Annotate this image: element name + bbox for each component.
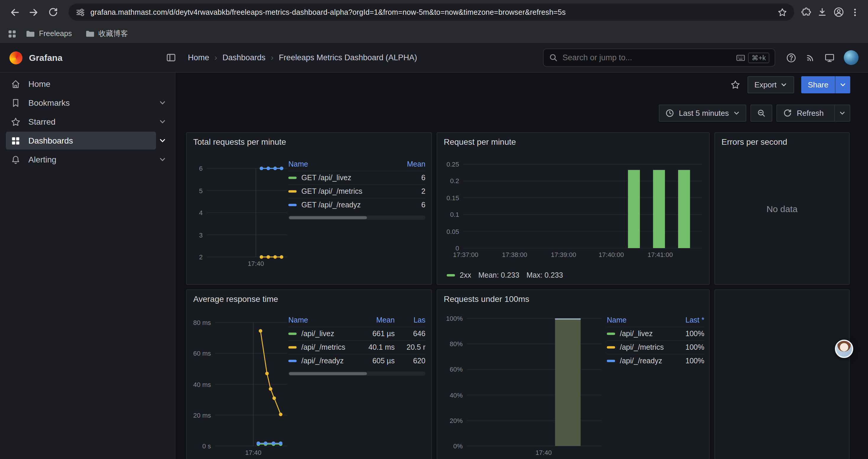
user-avatar[interactable] — [844, 50, 859, 65]
reload-button[interactable] — [44, 3, 61, 21]
panel-title[interactable]: Requests under 100ms — [437, 290, 709, 308]
brand-name: Grafana — [29, 53, 62, 63]
url-bar[interactable]: grafana.mathmast.com/d/deytv4rwavabkb/fr… — [68, 4, 794, 21]
legend-stats[interactable]: 2xx Mean: 0.233 Max: 0.233 — [447, 271, 563, 280]
bookmark-folder-freeleaps[interactable]: Freeleaps — [21, 27, 76, 41]
browser-window: grafana.mathmast.com/d/deytv4rwavabkb/fr… — [0, 0, 868, 459]
sidebar-item-alerting[interactable]: Alerting — [6, 151, 169, 168]
sidebar-item-home[interactable]: Home — [6, 75, 169, 93]
panel-requests-under-100ms: Requests under 100ms 100%80%60%40%20%0%1… — [437, 290, 710, 459]
home-icon — [11, 79, 21, 89]
series-color-swatch — [607, 360, 615, 362]
panel-title[interactable]: Average response time — [187, 290, 431, 308]
legend-column-header[interactable]: Name — [288, 160, 395, 168]
export-label: Export — [754, 80, 776, 89]
time-series-chart: 80 ms60 ms40 ms20 ms0 s17:40 — [193, 323, 287, 455]
bar-chart: 0.250.20.150.10.05017:37:0017:38:0017:39… — [443, 164, 702, 258]
legend-row[interactable]: GET /api/_/metrics2 — [288, 184, 426, 198]
search-box[interactable]: ⌘+k — [543, 48, 775, 67]
bookmark-folder-blogs[interactable]: 收藏博客 — [80, 27, 133, 41]
chart-bar — [555, 319, 581, 446]
legend-column-header[interactable]: Name — [607, 316, 674, 324]
export-button[interactable]: Export — [747, 76, 794, 93]
chevron-down-icon[interactable] — [834, 105, 850, 121]
chevron-down-icon[interactable] — [835, 76, 850, 93]
share-button[interactable]: Share — [802, 76, 850, 93]
favorite-star-icon[interactable] — [730, 79, 740, 90]
legend-column-header[interactable]: Mean — [395, 160, 426, 168]
legend-column-header[interactable]: Mean — [364, 316, 395, 324]
legend-header: NameLast * — [607, 314, 704, 327]
downloads-icon[interactable] — [817, 7, 827, 17]
plot-area: 17:40 — [207, 168, 287, 266]
legend-column-header[interactable]: Las — [395, 316, 426, 324]
x-tick-label: 17:37:00 — [453, 251, 478, 258]
extensions-icon[interactable] — [801, 7, 811, 17]
legend-row[interactable]: /api/_/metrics100% — [607, 340, 704, 354]
chevron-down-icon[interactable] — [156, 118, 169, 125]
news-rss-icon[interactable] — [805, 53, 815, 63]
horizontal-scrollbar[interactable] — [288, 371, 426, 376]
apps-shortcut-icon[interactable] — [7, 29, 17, 39]
zoom-out-button[interactable] — [751, 104, 773, 122]
sidebar-item-label: Dashboards — [28, 136, 73, 145]
back-button[interactable] — [6, 3, 24, 21]
sidebar-item-bookmarks[interactable]: Bookmarks — [6, 94, 169, 112]
display-icon[interactable] — [824, 52, 835, 63]
legend-table: NameMeanGET /api/_livez6GET /api/_/metri… — [288, 158, 426, 220]
y-tick-label: 60% — [450, 366, 463, 373]
legend-series-label: /api/_livez — [620, 330, 653, 338]
x-axis: 17:40 — [215, 446, 287, 455]
y-tick-label: 6 — [199, 165, 203, 172]
legend-column-header[interactable]: Name — [288, 316, 364, 324]
chevron-down-icon[interactable] — [156, 156, 169, 163]
chart-bar — [628, 170, 640, 248]
toggle-sidebar-icon[interactable] — [166, 53, 176, 63]
legend-column-header[interactable]: Last * — [674, 316, 704, 324]
bookmark-page-star-icon[interactable] — [778, 7, 787, 17]
y-tick-label: 40% — [450, 391, 463, 398]
grafana-logo-icon[interactable] — [9, 51, 23, 64]
legend-table: NameMeanLas/api/_livez661 µs646/api/_/me… — [288, 314, 426, 376]
chevron-down-icon[interactable] — [156, 137, 169, 144]
legend-series-name: /api/_livez — [607, 330, 674, 338]
legend-row[interactable]: /api/_/metrics40.1 ms20.5 r — [288, 340, 426, 354]
y-tick-label: 0.2 — [450, 177, 459, 185]
legend-row[interactable]: /api/_livez100% — [607, 327, 704, 340]
help-icon[interactable] — [786, 52, 797, 63]
legend-series-label: /api/_/readyz — [620, 357, 662, 365]
legend-row[interactable]: /api/_/readyz605 µs620 — [288, 354, 426, 367]
sidebar-item-dashboards[interactable]: Dashboards — [6, 132, 169, 150]
chevron-down-icon[interactable] — [156, 99, 169, 106]
floating-assistant-avatar[interactable] — [835, 340, 853, 358]
legend-row[interactable]: /api/_livez661 µs646 — [288, 327, 426, 340]
panel-title[interactable]: Errors per second — [715, 133, 849, 151]
legend-value: 646 — [395, 330, 426, 338]
horizontal-scrollbar[interactable] — [288, 216, 426, 220]
plot-canvas — [215, 323, 287, 446]
breadcrumb-dashboards[interactable]: Dashboards — [215, 53, 266, 62]
y-tick-label: 0.25 — [446, 161, 459, 168]
panel-title[interactable]: Total requests per minute — [187, 133, 431, 151]
data-point — [259, 329, 262, 333]
breadcrumb-home[interactable]: Home — [188, 53, 209, 62]
sidebar-item-starred[interactable]: Starred — [6, 113, 169, 131]
site-settings-icon[interactable] — [75, 7, 85, 17]
panel-title[interactable]: Request per minute — [437, 133, 709, 151]
legend-row[interactable]: GET /api/_/readyz6 — [288, 198, 426, 211]
bookmarks-bar: Freeleaps 收藏博客 — [0, 24, 868, 43]
refresh-button[interactable]: Refresh — [777, 104, 850, 122]
sidebar-item-label: Home — [28, 79, 51, 89]
chart-bar — [678, 170, 690, 248]
legend-row[interactable]: GET /api/_livez6 — [288, 171, 426, 184]
y-tick-label: 3 — [199, 231, 203, 238]
legend-row[interactable]: /api/_/readyz100% — [607, 354, 704, 367]
browser-menu-icon[interactable] — [850, 7, 860, 17]
search-input[interactable] — [562, 53, 732, 62]
time-range-picker[interactable]: Last 5 minutes — [659, 104, 747, 122]
forward-button[interactable] — [25, 3, 42, 21]
sidebar-item-label: Bookmarks — [28, 98, 70, 107]
panel-average-response-time: Average response time 80 ms60 ms40 ms20 … — [186, 290, 432, 459]
x-tick-label: 17:40 — [245, 449, 261, 456]
profile-icon[interactable] — [833, 6, 844, 18]
